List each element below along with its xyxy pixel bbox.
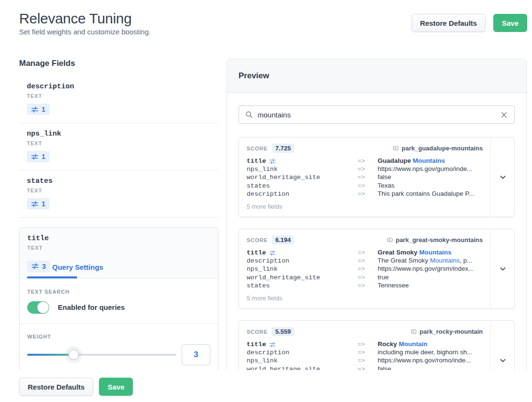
row-key-text: states	[247, 182, 270, 190]
row-value: true	[378, 274, 483, 281]
field-row: description => including mule deer, bigh…	[247, 349, 483, 357]
expand-result-button[interactable]	[490, 229, 514, 308]
row-value: This park contains Guadalupe P...	[378, 190, 483, 198]
field-rows: title => Great Smoky Mountains descripti…	[247, 249, 483, 290]
row-key: title	[247, 249, 358, 257]
field-type: TEXT	[27, 140, 211, 146]
result-main: SCORE 6.194 ID park_great-smoky-mountain…	[239, 229, 490, 308]
result-id-wrap: ID park_rocky-mountain	[411, 328, 483, 335]
field-list-item[interactable]: nps_link TEXT 1	[19, 123, 218, 170]
footer-save-button[interactable]: Save	[99, 378, 133, 396]
page-title: Relevance Tuning	[19, 10, 151, 27]
search-icon	[245, 111, 253, 118]
fields-list: description TEXT 1 nps_link TEXT 1	[19, 76, 218, 218]
weight-badge: 1	[27, 151, 50, 162]
save-button[interactable]: Save	[493, 14, 527, 32]
field-row: title => Great Smoky Mountains	[247, 249, 483, 257]
result-card: SCORE 5.559 ID park_rocky-mountain title…	[239, 320, 515, 370]
more-fields: 5 more fields	[247, 295, 483, 302]
row-key-text: description	[247, 257, 289, 265]
field-row: nps_link => https://www.nps.gov/grsm/ind…	[247, 265, 483, 273]
row-key: world_heritage_site	[247, 366, 358, 370]
toggle-label: Enabled for queries	[58, 303, 125, 311]
weight-badge: 3	[27, 261, 50, 272]
text-search-toggle[interactable]	[27, 301, 49, 314]
toggle-knob	[37, 302, 49, 313]
row-key: title	[247, 158, 358, 165]
field-name: nps_link	[27, 130, 211, 138]
id-label: ID	[387, 237, 393, 243]
row-arrow: =>	[358, 174, 378, 181]
row-key-text: description	[247, 349, 289, 357]
result-card: SCORE 7.725 ID park_guadalupe-mountains …	[239, 137, 515, 217]
expand-result-button[interactable]	[490, 138, 514, 217]
slider-thumb[interactable]	[68, 349, 79, 360]
result-main: SCORE 5.559 ID park_rocky-mountain title…	[239, 321, 490, 370]
row-arrow: =>	[358, 249, 378, 257]
row-key: description	[247, 349, 358, 357]
row-arrow: =>	[358, 257, 378, 265]
selected-field-card: title TEXT 3 Query Settings	[19, 227, 218, 370]
columns: Manage Fields description TEXT 1 nps_lin…	[0, 37, 532, 370]
results-list: SCORE 7.725 ID park_guadalupe-mountains …	[239, 137, 515, 370]
field-row: world_heritage_site => false	[247, 173, 483, 181]
result-id: park_great-smoky-mountains	[396, 236, 483, 243]
score-badge: 5.559	[272, 327, 294, 336]
row-value: false	[378, 173, 483, 181]
field-list-item[interactable]: states TEXT 1	[19, 170, 218, 218]
field-row: world_heritage_site => true	[247, 274, 483, 282]
clear-search-icon[interactable]	[500, 111, 508, 119]
field-name: description	[27, 83, 211, 91]
footer-restore-defaults-button[interactable]: Restore Defaults	[19, 378, 93, 396]
row-value: Rocky Mountain	[378, 340, 483, 348]
sliders-icon	[269, 158, 276, 165]
chevron-down-icon	[499, 357, 507, 364]
row-value: https://www.nps.gov/romo/inde...	[378, 357, 483, 364]
id-label: ID	[411, 328, 417, 335]
content-clip: Relevance Tuning Set field weights and c…	[0, 0, 532, 370]
topbar: Relevance Tuning Set field weights and c…	[0, 0, 532, 37]
field-row: states => Texas	[247, 182, 483, 190]
row-key: states	[247, 182, 358, 190]
row-key: title	[247, 341, 358, 349]
tab-query-settings[interactable]: Query Settings	[52, 263, 103, 271]
text-search-label: TEXT SEARCH	[27, 289, 210, 295]
row-value: Texas	[378, 182, 483, 190]
row-arrow: =>	[358, 158, 378, 165]
row-key: nps_link	[247, 166, 358, 173]
weight-label: WEIGHT	[27, 334, 210, 339]
field-weight-value: 1	[42, 106, 45, 113]
score-row: SCORE 5.559 ID park_rocky-mountain	[247, 327, 483, 336]
row-key-text: description	[247, 190, 289, 198]
sliders-icon	[31, 106, 38, 113]
search-input[interactable]	[258, 111, 500, 119]
row-key-text: nps_link	[247, 357, 278, 365]
expand-result-button[interactable]	[490, 321, 514, 370]
chevron-down-icon	[499, 265, 507, 273]
field-row: title => Rocky Mountain	[247, 340, 483, 349]
weight-value-input[interactable]: 3	[182, 344, 210, 365]
field-list-item[interactable]: description TEXT 1	[19, 76, 218, 123]
result-id: park_guadalupe-mountains	[402, 145, 483, 152]
weight-badge: 1	[27, 104, 50, 115]
row-key-text: title	[247, 249, 266, 257]
field-weight-value: 3	[42, 263, 46, 270]
row-key-text: states	[247, 282, 270, 290]
weight-slider[interactable]	[27, 349, 176, 360]
row-value: https://www.nps.gov/grsm/index...	[378, 265, 483, 273]
row-arrow: =>	[358, 274, 378, 282]
selected-field-header[interactable]: title TEXT 3 Query Settings	[20, 228, 218, 278]
weight-badge: 1	[27, 198, 50, 210]
relevance-tuning-page: Relevance Tuning Set field weights and c…	[0, 0, 532, 402]
score-label: SCORE	[247, 329, 268, 335]
preview-column: Preview	[227, 59, 527, 370]
field-row: states => Tennessee	[247, 282, 483, 290]
score-row: SCORE 6.194 ID park_great-smoky-mountain…	[247, 235, 483, 244]
field-name: states	[27, 177, 211, 186]
score-label: SCORE	[247, 237, 268, 243]
row-value: including mule deer, bighorn sh...	[378, 349, 483, 356]
restore-defaults-button[interactable]: Restore Defaults	[412, 14, 486, 32]
row-key: nps_link	[247, 265, 358, 273]
score-label: SCORE	[247, 146, 268, 151]
sliders-icon	[269, 250, 276, 256]
